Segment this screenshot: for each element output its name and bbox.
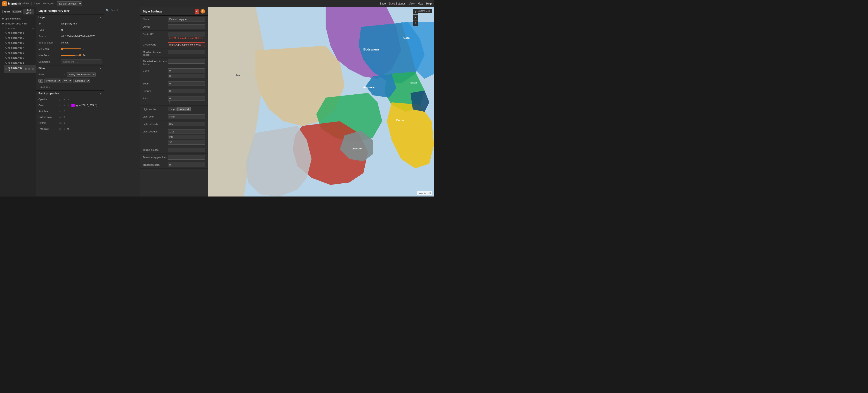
add-layer-button[interactable]: Add Layer <box>23 9 34 15</box>
section-arrow-filter: ▲ <box>99 67 101 70</box>
filter-delete-icon[interactable]: 🗑 <box>38 79 43 83</box>
layer-item-a8d1264f[interactable]: a8d1264f-cb1d-485f- <box>0 21 36 26</box>
zoom-out-button[interactable]: − <box>413 15 418 20</box>
pitch-input[interactable] <box>168 96 205 101</box>
expand-button[interactable]: Expand <box>12 10 22 13</box>
filter-section: Filter ▲ Filter ƒx every filter matches … <box>36 65 104 90</box>
delete-layer-icon[interactable]: 🗑 <box>25 68 27 71</box>
layer-item-openstreetmap[interactable]: openstreetmap <box>0 16 36 21</box>
layer-group-temporary[interactable]: ▼ temporary — <box>0 26 36 30</box>
layer-item-7[interactable]: temporary id 7 <box>4 55 36 60</box>
sigma-antialias-icon[interactable]: Σ <box>63 110 66 113</box>
sprite-input[interactable] <box>168 32 205 36</box>
layer-item-9[interactable]: temporary id 9 🗑 ⧉ 👁 <box>4 65 36 73</box>
owner-input[interactable] <box>168 24 205 29</box>
layer-item-1[interactable]: temporary id 1 <box>4 30 36 35</box>
pitch-field-label: Pitch <box>143 96 168 100</box>
section-header-paint[interactable]: Paint properties ▲ <box>36 90 104 96</box>
copy-layer-icon[interactable]: ⧉ <box>29 68 30 71</box>
layer-item-3[interactable]: temporary id 3 <box>4 40 36 45</box>
add-filter-button[interactable]: + Add filter <box>36 85 104 89</box>
light-position-3-input[interactable] <box>168 140 205 145</box>
table-icon[interactable]: ⊞ <box>63 98 66 101</box>
map-area[interactable]: Botswana Gaza Gaborone Lesotho Durban Na… <box>208 7 434 196</box>
layer-item-8[interactable]: temporary id 8 <box>4 60 36 65</box>
light-intensity-input[interactable] <box>168 122 205 126</box>
terrain-exaggeration-input[interactable] <box>168 155 205 160</box>
glyphs-field-value <box>168 42 205 47</box>
fx-icon[interactable]: ƒx <box>59 98 62 101</box>
fx-color-icon[interactable]: ƒx <box>59 104 62 107</box>
glyphs-input[interactable] <box>168 42 205 47</box>
comments-input[interactable] <box>61 59 101 64</box>
more-options-icon[interactable]: ⋮ <box>99 9 101 12</box>
zoom-input[interactable] <box>168 81 205 86</box>
bearing-field-value <box>168 89 205 93</box>
view-button[interactable]: View <box>409 2 414 5</box>
group-icon: ▼ <box>2 27 4 29</box>
section-arrow-layer: ▲ <box>99 16 101 19</box>
layer-item-6[interactable]: temporary id 6 <box>4 50 36 55</box>
reset-north-button[interactable]: ↑ <box>413 20 418 26</box>
bearing-input[interactable] <box>168 89 205 93</box>
transition-delay-input[interactable] <box>168 163 205 167</box>
filter-value-select[interactable]: Limpopo <box>73 79 90 83</box>
max-zoom-slider-container: 24 <box>61 54 101 57</box>
sigma-pattern-icon[interactable]: Σ <box>63 121 66 124</box>
light-anchor-field-label: Light anchor <box>143 107 168 111</box>
transition-delay-value <box>168 163 205 167</box>
sigma-icon[interactable]: Σ <box>67 98 70 101</box>
dialog-field-owner: Owner <box>140 23 208 31</box>
maptiler-input[interactable] <box>168 50 205 54</box>
max-zoom-slider[interactable] <box>61 55 81 56</box>
center-y-input[interactable] <box>168 74 205 78</box>
search-input[interactable] <box>111 9 142 11</box>
zoom-in-button[interactable]: + <box>413 9 418 15</box>
color-swatch[interactable] <box>71 104 74 107</box>
dialog-close-button[interactable]: × <box>195 9 199 13</box>
style-settings-dialog: Style Settings × 2 Name Owner Sprite URL <box>140 7 208 196</box>
save-button[interactable]: Save <box>379 2 385 5</box>
table-color-icon[interactable]: ⊞ <box>63 104 66 107</box>
style-settings-button[interactable]: Style Settings <box>389 2 405 5</box>
fx-antialias-icon[interactable]: ƒx <box>59 110 62 113</box>
fx-outline-icon[interactable]: ƒx <box>59 115 62 119</box>
layer-dot <box>5 42 7 44</box>
terrain-source-input[interactable] <box>168 148 205 152</box>
min-zoom-slider[interactable] <box>61 49 81 49</box>
filter-type-select[interactable]: every filter matches <box>67 72 96 77</box>
dialog-field-maptiler: MapTiler Access Token <box>140 49 208 58</box>
filter-operator-select[interactable]: == <box>62 79 72 83</box>
light-position-1-input[interactable] <box>168 129 205 134</box>
layer-label: openstreetmap <box>5 17 21 20</box>
name-input[interactable] <box>168 17 205 22</box>
thunderforest-input[interactable] <box>168 59 205 64</box>
help-button[interactable]: Help <box>426 2 432 5</box>
layer-item-2[interactable]: temporary id 2 <box>4 35 36 40</box>
app-logo[interactable]: M Maputnik v2.0.0 <box>2 1 29 6</box>
group-dash: — <box>32 27 34 29</box>
bearing-field-label: Bearing <box>143 89 168 92</box>
search-panel: 🔍 <box>104 7 140 196</box>
section-header-filter[interactable]: Filter ▲ <box>36 65 104 71</box>
fx-translate-icon[interactable]: ƒx <box>59 127 62 131</box>
light-anchor-map-btn[interactable]: map <box>168 107 177 111</box>
fx-pattern-icon[interactable]: ƒx <box>59 121 62 124</box>
section-header-layer[interactable]: Layer ▲ <box>36 15 104 20</box>
sigma-translate-icon[interactable]: Σ <box>63 127 66 131</box>
filter-property-select[interactable]: Province <box>44 79 61 83</box>
table-outline-icon[interactable]: ⊞ <box>63 115 66 119</box>
search-box: 🔍 <box>104 7 140 13</box>
layer-item-4[interactable]: temporary id 4 <box>4 45 36 50</box>
translate-value: 0 <box>67 128 69 130</box>
paint-row-translate: Translate ƒx Σ 0 <box>36 126 104 132</box>
light-position-2-input[interactable] <box>168 135 205 139</box>
visibility-layer-icon[interactable]: 👁 <box>32 68 34 71</box>
maplibre-info-icon[interactable]: ⓘ <box>429 192 431 195</box>
light-color-input[interactable] <box>168 114 205 119</box>
field-min-zoom: Min Zoom 0 <box>36 46 104 52</box>
layer-type-select[interactable]: Default polygon <box>57 1 82 6</box>
center-x-input[interactable] <box>168 68 205 73</box>
sigma-color-icon[interactable]: Σ <box>67 104 70 107</box>
light-anchor-viewport-btn[interactable]: viewport <box>178 107 191 111</box>
